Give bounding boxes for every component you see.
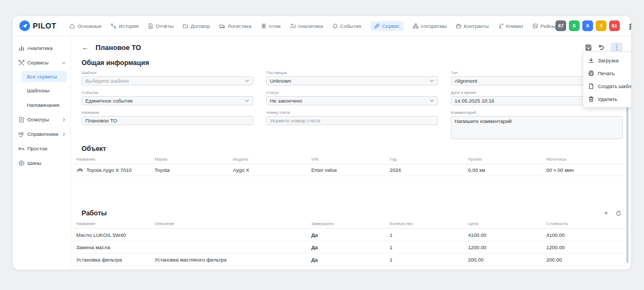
save-button[interactable]	[585, 44, 592, 51]
works-table-header: НазваниеОписаниеЗавершеноКоличествоЦенаС…	[73, 219, 627, 229]
name-input[interactable]: Плановое ТО	[82, 116, 253, 125]
downtime-icon	[18, 146, 25, 152]
nav-item-climate[interactable]: Климат	[498, 23, 523, 29]
trash-icon	[588, 96, 594, 102]
nav-item-service[interactable]: Сервис	[370, 21, 404, 31]
sidebar-item-downtime[interactable]: Простои	[13, 141, 70, 156]
truck-icon	[219, 23, 225, 29]
field-invoice: Номер счёта Укажите номер счёта	[266, 110, 438, 139]
object-table-header: НазваниеМаркаМодельVINГодПробегМоточасы	[73, 155, 627, 164]
atom-icon	[261, 23, 267, 29]
nav-item-agreement[interactable]: Договор	[182, 23, 210, 29]
nav-item-atom[interactable]: Атом	[261, 23, 281, 29]
nav-item-trips[interactable]: Рейсы	[532, 23, 555, 29]
nav-item-history[interactable]: История	[111, 23, 138, 29]
status-counters: 67 5 8 3 51	[555, 20, 620, 31]
field-status: Статус Не закончено	[266, 90, 438, 105]
kebab-menu-button[interactable]	[611, 42, 623, 52]
svg-text:АВ: АВ	[18, 132, 24, 135]
work-row[interactable]: Установка фильтраУстановка масляного фил…	[73, 253, 627, 266]
counter-red[interactable]: 51	[609, 20, 620, 31]
back-button[interactable]: ←	[82, 44, 89, 52]
chevron-right-icon	[62, 132, 66, 136]
nav-item-contracts[interactable]: Контракты	[456, 23, 488, 29]
back-icon: ←	[82, 44, 89, 52]
dictionary-ab-icon: АВ	[18, 131, 25, 137]
status-select[interactable]: Не закончено	[266, 96, 438, 105]
nav-item-algorithms[interactable]: Алгоритмы	[413, 23, 447, 29]
vin-input[interactable]: Enter value	[308, 164, 386, 176]
menu-item-create-template[interactable]: Создать шаблон	[583, 79, 631, 92]
chevron-down-icon	[245, 98, 250, 103]
sitemap-icon	[413, 23, 419, 29]
menu-item-download[interactable]: Загрузка	[583, 54, 631, 67]
refresh-works-button[interactable]	[616, 211, 621, 216]
counter-gray[interactable]: 67	[555, 20, 566, 31]
general-form: Шаблон Выберите шаблон Поставщик Unknown	[82, 70, 623, 139]
section-title-works: Работы	[82, 209, 107, 217]
briefcase-icon	[456, 23, 462, 29]
sidebar-item-tires[interactable]: Шины	[13, 156, 70, 170]
save-icon	[585, 44, 592, 51]
nav-item-analytics[interactable]: Аналитика	[290, 23, 323, 29]
counter-yellow[interactable]: 3	[596, 20, 606, 31]
sidebar-item-inspections[interactable]: Осмотры	[13, 112, 70, 127]
analytics-icon	[290, 23, 296, 29]
page-toolbar	[585, 42, 623, 52]
works-total-row: 3 5500.00	[73, 266, 627, 270]
vertical-scrollbar[interactable]	[626, 96, 628, 263]
comment-textarea[interactable]: Напишите комментарий	[451, 116, 623, 139]
user-account[interactable]: demo_demo(master) 95858403.87 ₽	[628, 20, 631, 32]
page-title: Плановое ТО	[96, 44, 141, 52]
thermometer-icon	[498, 23, 504, 29]
sidebar-item-all-services[interactable]: Все сервисы	[21, 71, 67, 82]
menu-item-print[interactable]: Печать	[583, 67, 631, 79]
nav-item-main[interactable]: Основные	[69, 23, 101, 29]
nav-item-events[interactable]: События	[332, 23, 361, 29]
field-supplier: Поставщик Unknown	[266, 70, 438, 85]
field-event: Событие Единичное событие	[82, 90, 253, 105]
nav-item-logistics[interactable]: Логистика	[219, 23, 251, 29]
kebab-dropdown-menu: Загрузка Печать Создать шаблон Удалить	[583, 52, 631, 107]
download-icon	[588, 57, 594, 63]
nav-item-reports[interactable]: Отчёты	[148, 23, 173, 29]
field-template: Шаблон Выберите шаблон	[82, 70, 253, 85]
clipboard-icon	[18, 117, 25, 123]
sidebar-item-services[interactable]: Сервисы	[13, 55, 70, 70]
sidebar-item-reminders[interactable]: Напоминания	[13, 98, 70, 112]
history-icon	[111, 23, 116, 29]
add-work-button[interactable]: +	[604, 211, 608, 216]
chevron-down-icon	[429, 78, 434, 83]
work-row[interactable]: Масло LUKOIL 5W40Да14100.004100.00	[73, 229, 627, 241]
printer-icon	[588, 70, 594, 76]
counter-green[interactable]: 5	[569, 20, 580, 31]
main-content: ← Плановое ТО Общая информация	[71, 36, 631, 270]
undo-button[interactable]	[598, 44, 605, 51]
supplier-select[interactable]: Unknown	[266, 76, 438, 85]
service-wrench-icon	[374, 23, 380, 29]
analytics-icon	[18, 45, 25, 52]
chevron-down-icon	[429, 98, 434, 103]
template-select[interactable]: Выберите шаблон	[82, 76, 253, 85]
sidebar-item-templates[interactable]: Шаблоны	[13, 83, 70, 98]
section-title-object: Объект	[82, 145, 623, 153]
sidebar-item-analytics[interactable]: Аналитика	[13, 41, 70, 55]
menu-item-delete[interactable]: Удалить	[583, 92, 631, 105]
works-total-qty: 3	[386, 266, 465, 270]
invoice-input[interactable]: Укажите номер счёта	[266, 116, 438, 125]
sidebar-item-directories[interactable]: АВ Справочники	[13, 127, 70, 141]
brand-logo-icon	[19, 20, 30, 31]
tools-icon	[18, 60, 25, 66]
event-select[interactable]: Единичное событие	[82, 96, 253, 105]
bus-icon	[532, 23, 538, 29]
brand-logo[interactable]: PILOT	[19, 20, 56, 31]
counter-blue[interactable]: 8	[582, 20, 593, 31]
report-icon	[148, 23, 153, 29]
top-navbar: PILOT Основные История Отчёты Договор Ло…	[13, 16, 631, 36]
section-title-general: Общая информация	[82, 59, 623, 67]
work-row[interactable]: Замена маслаДа11200.001200.00	[73, 241, 627, 253]
plus-icon: +	[604, 209, 608, 217]
contract-icon	[182, 23, 188, 29]
object-row[interactable]: Toyota Aygo X 7010 Toyota Aygo X Enter v…	[73, 164, 627, 176]
refresh-icon	[616, 211, 621, 216]
